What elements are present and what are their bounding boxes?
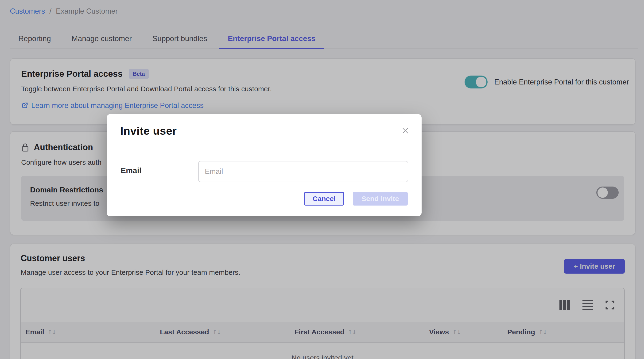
cancel-button[interactable]: Cancel: [304, 192, 344, 206]
email-field[interactable]: [198, 161, 408, 182]
invite-user-modal: Invite user Email Cancel Send invite: [107, 114, 422, 216]
close-icon[interactable]: [402, 127, 409, 136]
modal-actions: Cancel Send invite: [304, 192, 408, 206]
send-invite-button[interactable]: Send invite: [353, 192, 408, 206]
email-label: Email: [121, 166, 142, 175]
modal-title: Invite user: [120, 124, 177, 137]
